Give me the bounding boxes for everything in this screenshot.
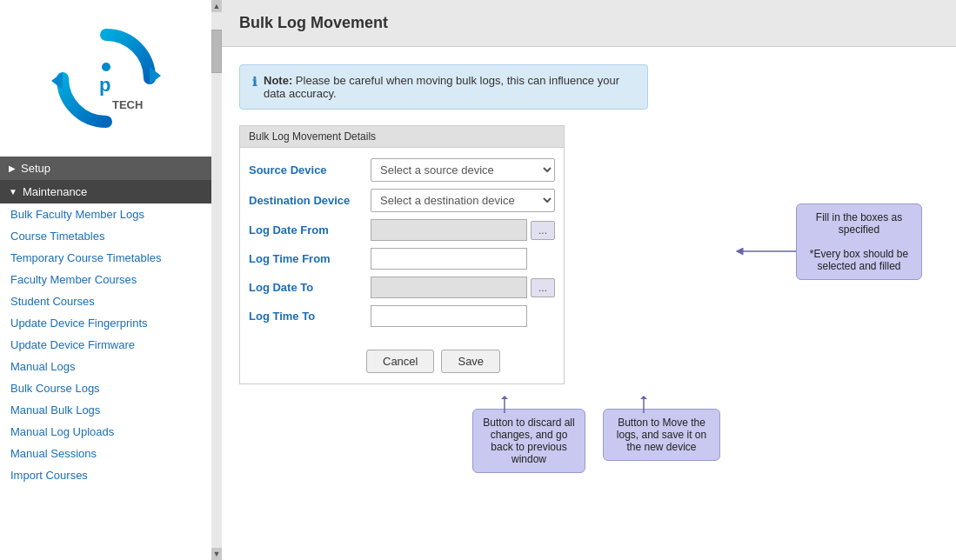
date-to-input-row: ...	[371, 277, 555, 298]
cancel-callout: Button to discard all changes, and go ba…	[472, 409, 585, 473]
source-device-row: Source Device Select a source device	[249, 158, 555, 182]
log-date-to-label: Log Date To	[249, 281, 371, 294]
scroll-track	[211, 12, 222, 548]
maintenance-arrow-icon: ▼	[9, 187, 17, 197]
sidebar-item-course-timetables[interactable]: Course Timetables	[0, 225, 211, 247]
log-date-from-control: ...	[371, 219, 555, 241]
cancel-arrow-line	[496, 396, 539, 417]
svg-text:p: p	[99, 74, 110, 96]
sidebar-item-update-device-fingerprints[interactable]: Update Device Fingerprints	[0, 312, 211, 334]
log-time-to-label: Log Time To	[249, 310, 371, 323]
fill-callout-line1: Fill in the boxes as	[816, 211, 902, 223]
svg-text:TECH: TECH	[112, 98, 143, 111]
scroll-up-button[interactable]: ▲	[211, 0, 222, 12]
sidebar-section-setup[interactable]: ▶ Setup	[0, 157, 211, 180]
sidebar-item-temporary-course-timetables[interactable]: Temporary Course Timetables	[0, 247, 211, 269]
log-date-from-label: Log Date From	[249, 223, 371, 237]
scroll-down-button[interactable]: ▼	[211, 548, 222, 560]
save-arrow-line	[635, 396, 679, 417]
page-title: Bulk Log Movement	[239, 14, 939, 32]
sidebar-item-manual-logs[interactable]: Manual Logs	[0, 356, 211, 377]
log-date-from-picker-button[interactable]: ...	[531, 221, 555, 240]
fill-callout-line4: selected and filled	[817, 260, 900, 272]
log-time-to-row: Log Time To	[249, 305, 555, 327]
sidebar-item-faculty-member-courses[interactable]: Faculty Member Courses	[0, 269, 211, 290]
destination-device-control: Select a destination device	[371, 189, 555, 212]
scroll-thumb[interactable]	[211, 30, 222, 73]
logo-area: p TECH	[0, 0, 211, 157]
log-time-to-control	[371, 305, 555, 327]
form-buttons: Cancel Save	[240, 344, 564, 383]
sidebar-item-update-device-firmware[interactable]: Update Device Firmware	[0, 334, 211, 356]
sidebar-scrollbar[interactable]: ▲ ▼	[211, 0, 222, 560]
log-date-from-row: Log Date From ...	[249, 219, 555, 241]
save-callout-text: Button to Move the logs, and save it on …	[617, 417, 706, 453]
main-content: Bulk Log Movement ℹ Note: Please be care…	[222, 0, 956, 560]
log-date-from-input[interactable]	[371, 219, 527, 241]
svg-point-3	[102, 63, 110, 71]
source-device-select[interactable]: Select a source device	[371, 158, 555, 182]
destination-device-row: Destination Device Select a destination …	[249, 189, 555, 212]
destination-device-select[interactable]: Select a destination device	[371, 189, 555, 212]
info-box: ℹ Note: Please be careful when moving bu…	[239, 64, 648, 110]
form-body: Source Device Select a source device Des…	[240, 148, 564, 344]
destination-device-label: Destination Device	[249, 194, 371, 207]
log-date-to-input[interactable]	[371, 277, 527, 298]
form-section: Bulk Log Movement Details Source Device …	[239, 125, 565, 384]
note-content: Please be careful when moving bulk logs,…	[264, 74, 619, 100]
sidebar-item-bulk-faculty-member-logs[interactable]: Bulk Faculty Member Logs	[0, 203, 211, 225]
maintenance-label: Maintenance	[23, 185, 87, 198]
info-text: Note: Please be careful when moving bulk…	[264, 74, 635, 100]
sidebar-item-manual-log-uploads[interactable]: Manual Log Uploads	[0, 421, 211, 443]
setup-arrow-icon: ▶	[9, 163, 16, 173]
log-time-from-label: Log Time From	[249, 252, 371, 265]
sidebar-item-import-courses[interactable]: Import Courses	[0, 464, 211, 486]
fill-arrow-line	[735, 238, 805, 264]
content-area: ℹ Note: Please be careful when moving bu…	[222, 47, 956, 560]
log-date-to-control: ...	[371, 277, 555, 298]
svg-marker-1	[51, 72, 63, 90]
log-time-from-row: Log Time From	[249, 248, 555, 270]
log-time-from-input[interactable]	[371, 248, 527, 270]
log-date-to-row: Log Date To ...	[249, 277, 555, 298]
save-button[interactable]: Save	[441, 350, 500, 373]
fill-callout-line2: specified	[839, 223, 879, 236]
fill-callout-line3: *Every box should be	[810, 248, 908, 260]
log-date-to-picker-button[interactable]: ...	[531, 278, 555, 297]
info-icon: ℹ	[252, 75, 257, 89]
fill-callout: Fill in the boxes as specified *Every bo…	[796, 203, 922, 280]
sidebar-item-manual-bulk-logs[interactable]: Manual Bulk Logs	[0, 399, 211, 421]
date-from-input-row: ...	[371, 219, 555, 241]
source-device-control: Select a source device	[371, 158, 555, 182]
svg-marker-10	[640, 396, 647, 399]
log-time-to-input[interactable]	[371, 305, 527, 327]
form-section-title: Bulk Log Movement Details	[240, 126, 564, 148]
app-logo: p TECH	[50, 22, 163, 135]
sidebar: p TECH ▶ Setup ▼ Maintenance Bulk Facult…	[0, 0, 211, 560]
svg-marker-0	[150, 67, 161, 84]
sidebar-item-manual-sessions[interactable]: Manual Sessions	[0, 443, 211, 464]
svg-marker-8	[501, 396, 508, 399]
setup-label: Setup	[21, 162, 50, 175]
sidebar-item-bulk-course-logs[interactable]: Bulk Course Logs	[0, 377, 211, 399]
page-header: Bulk Log Movement	[222, 0, 956, 47]
cancel-button[interactable]: Cancel	[366, 350, 434, 373]
source-device-label: Source Device	[249, 163, 371, 177]
sidebar-item-student-courses[interactable]: Student Courses	[0, 290, 211, 312]
callouts-area: Button to discard all changes, and go ba…	[239, 391, 779, 496]
log-time-from-control	[371, 248, 555, 270]
note-label: Note:	[264, 74, 292, 87]
cancel-callout-text: Button to discard all changes, and go ba…	[483, 417, 574, 465]
sidebar-section-maintenance[interactable]: ▼ Maintenance	[0, 180, 211, 203]
